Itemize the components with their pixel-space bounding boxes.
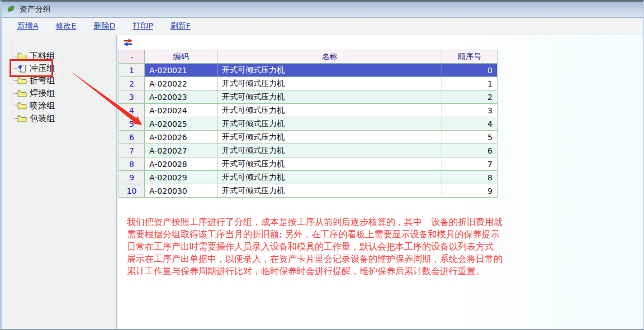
- note-line: 日常在工序产出时需要操作人员录入设备和模具的工作量，默认会把本工序的设备以列表方…: [127, 241, 518, 253]
- column-header-index[interactable]: -: [119, 50, 145, 64]
- title-bar: 资产分组: [2, 2, 643, 18]
- cell-rownum[interactable]: 1: [119, 64, 145, 77]
- sidebar-tree: 下料组冲压组折弯组焊接组喷涂组包装组: [2, 35, 116, 329]
- sidebar-item-pentu[interactable]: 喷涂组: [2, 100, 55, 112]
- column-header-code[interactable]: 编码: [145, 50, 217, 64]
- tree-connector-stub: [12, 106, 17, 106]
- table-row[interactable]: 1A-020021开式可倾式压力机0: [119, 64, 498, 77]
- cell-name[interactable]: 开式可倾式压力机: [217, 64, 442, 77]
- cell-seq[interactable]: 5: [442, 131, 498, 144]
- cell-name[interactable]: 开式可倾式压力机: [217, 157, 442, 171]
- tree-connector-stub: [12, 56, 17, 56]
- cell-seq[interactable]: 4: [442, 117, 498, 131]
- cell-name[interactable]: 开式可倾式压力机: [217, 104, 442, 117]
- cell-code[interactable]: A-020026: [145, 131, 217, 144]
- content-panel: - 编码 名称 顺序号 1A-020021开式可倾式压力机02A-020022开…: [117, 35, 643, 329]
- cell-code[interactable]: A-020030: [145, 184, 217, 198]
- sidebar-item-label: 包装组: [30, 113, 55, 124]
- toolbar-item-edit[interactable]: 修改E: [56, 21, 77, 31]
- sidebar-item-label: 折弯组: [30, 75, 55, 86]
- table-row[interactable]: 2A-020022开式可倾式压力机1: [119, 77, 498, 90]
- note-line: 我们把资产按照工序进行了分组，成本是按工序从前到后逐步核算的，其中 设备的折旧费…: [127, 216, 518, 228]
- table-row[interactable]: 8A-020028开式可倾式压力机7: [119, 157, 498, 171]
- toolbar-item-refresh[interactable]: 刷新F: [171, 21, 191, 31]
- table-row[interactable]: 5A-020025开式可倾式压力机4: [119, 117, 498, 131]
- tree-connector-stub: [12, 93, 17, 94]
- asset-table-body: 1A-020021开式可倾式压力机02A-020022开式可倾式压力机13A-0…: [119, 64, 498, 198]
- cell-code[interactable]: A-020022: [145, 77, 217, 90]
- table-row[interactable]: 3A-020023开式可倾式压力机2: [119, 90, 498, 104]
- folder-icon: [17, 114, 27, 123]
- cell-rownum[interactable]: 2: [119, 77, 145, 90]
- cell-code[interactable]: A-020023: [145, 90, 217, 104]
- folder-icon: [17, 102, 27, 110]
- folder-icon: [17, 89, 27, 98]
- column-header-seq[interactable]: 顺序号: [442, 50, 498, 64]
- cell-code[interactable]: A-020025: [145, 117, 217, 131]
- cell-name[interactable]: 开式可倾式压力机: [217, 77, 442, 90]
- note-line: 展示在工序产出单据中，以便录入，在资产卡片里会记录设备的维护保养周期，系统会将日…: [127, 253, 518, 265]
- page-title: 资产分组: [20, 4, 51, 15]
- cell-seq[interactable]: 8: [442, 171, 498, 184]
- cell-name[interactable]: 开式可倾式压力机: [217, 171, 442, 184]
- leaf-icon: [7, 5, 16, 14]
- cell-rownum[interactable]: 9: [119, 171, 145, 184]
- toolbar-item-print[interactable]: 打印P: [132, 21, 153, 31]
- cell-seq[interactable]: 0: [442, 64, 498, 77]
- tree-connector-stub: [12, 80, 17, 81]
- cell-seq[interactable]: 3: [442, 104, 498, 117]
- table-row[interactable]: 4A-020024开式可倾式压力机3: [119, 104, 498, 117]
- table-row[interactable]: 9A-020029开式可倾式压力机8: [119, 171, 498, 184]
- app-window: 资产分组 新增A修改E删除D打印P刷新F 下料组冲压组折弯组焊接组喷涂组包装组 …: [0, 0, 644, 330]
- sidebar-item-label: 焊接组: [30, 88, 55, 99]
- table-row[interactable]: 7A-020027开式可倾式压力机6: [119, 144, 498, 157]
- folder-icon: [17, 76, 27, 85]
- toolbar: 新增A修改E删除D打印P刷新F: [2, 18, 643, 35]
- tree-connector-stub: [12, 118, 17, 119]
- cell-seq[interactable]: 7: [442, 157, 498, 171]
- cell-seq[interactable]: 2: [442, 90, 498, 104]
- cell-name[interactable]: 开式可倾式压力机: [217, 184, 442, 198]
- cell-code[interactable]: A-020027: [145, 144, 217, 157]
- sidebar-item-baozhuang[interactable]: 包装组: [2, 112, 55, 125]
- toolbar-item-add[interactable]: 新增A: [17, 21, 39, 31]
- cell-rownum[interactable]: 8: [119, 157, 145, 171]
- cell-rownum[interactable]: 3: [119, 90, 145, 104]
- cell-rownum[interactable]: 6: [119, 131, 145, 144]
- note-line: 累计工作量与保养周期进行比对，临时保养时会进行提醒，维护保养后累计数会进行重置。: [127, 265, 518, 278]
- note-line: 需要根据分组取得该工序当月的折旧额; 另外，在工序的看板上需要显示设备和模具的保…: [127, 228, 518, 241]
- sidebar-item-hanjie[interactable]: 焊接组: [2, 87, 55, 99]
- cell-name[interactable]: 开式可倾式压力机: [217, 144, 442, 157]
- annotation-note: 我们把资产按照工序进行了分组，成本是按工序从前到后逐步核算的，其中 设备的折旧费…: [127, 216, 518, 278]
- cell-code[interactable]: A-020021: [145, 64, 217, 77]
- table-row[interactable]: 10A-020030开式可倾式压力机9: [119, 184, 498, 198]
- cell-seq[interactable]: 6: [442, 144, 498, 157]
- cell-seq[interactable]: 9: [442, 184, 498, 198]
- cell-rownum[interactable]: 7: [119, 144, 145, 157]
- cell-name[interactable]: 开式可倾式压力机: [217, 117, 442, 131]
- table-header-row: - 编码 名称 顺序号: [119, 50, 498, 64]
- sidebar-item-label: 喷涂组: [30, 101, 55, 111]
- cell-seq[interactable]: 1: [442, 77, 498, 90]
- cell-code[interactable]: A-020028: [145, 157, 217, 171]
- cell-rownum[interactable]: 10: [119, 184, 145, 198]
- cell-name[interactable]: 开式可倾式压力机: [217, 90, 442, 104]
- cell-rownum[interactable]: 5: [119, 117, 145, 131]
- column-header-name[interactable]: 名称: [217, 50, 442, 64]
- cell-rownum[interactable]: 4: [119, 104, 145, 117]
- asset-table: - 编码 名称 顺序号 1A-020021开式可倾式压力机02A-020022开…: [119, 50, 498, 198]
- main-body: 下料组冲压组折弯组焊接组喷涂组包装组 - 编码 名称 顺序号: [2, 35, 643, 329]
- toolbar-item-delete[interactable]: 删除D: [93, 21, 115, 31]
- cell-code[interactable]: A-020024: [145, 104, 217, 117]
- swap-arrows-icon[interactable]: [124, 38, 132, 46]
- red-highlight-box: [10, 59, 53, 77]
- cell-code[interactable]: A-020029: [145, 171, 217, 184]
- table-row[interactable]: 6A-020026开式可倾式压力机5: [119, 131, 498, 144]
- cell-name[interactable]: 开式可倾式压力机: [217, 131, 442, 144]
